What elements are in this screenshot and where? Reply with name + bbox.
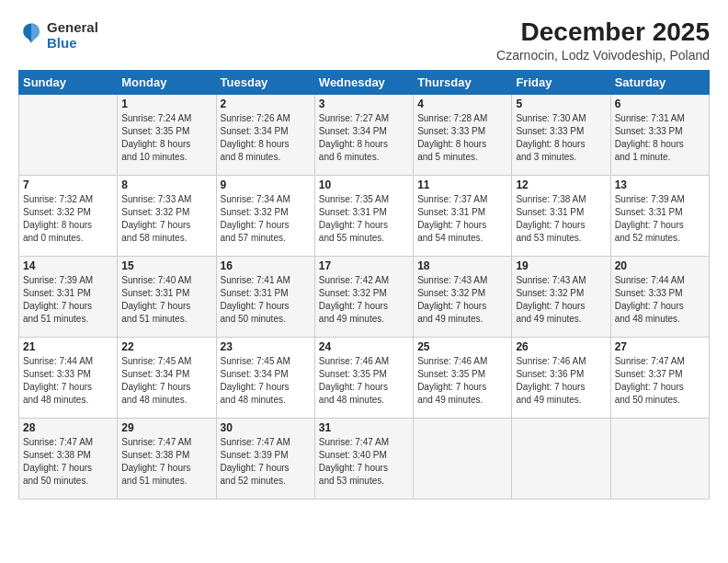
calendar-day-cell: 7Sunrise: 7:32 AM Sunset: 3:32 PM Daylig… bbox=[19, 175, 118, 256]
calendar-week-row: 14Sunrise: 7:39 AM Sunset: 3:31 PM Dayli… bbox=[19, 256, 710, 337]
weekday-header-cell: Wednesday bbox=[314, 70, 413, 94]
calendar-week-row: 1Sunrise: 7:24 AM Sunset: 3:35 PM Daylig… bbox=[19, 94, 710, 175]
calendar-day-cell: 20Sunrise: 7:44 AM Sunset: 3:33 PM Dayli… bbox=[610, 256, 709, 337]
day-info: Sunrise: 7:45 AM Sunset: 3:34 PM Dayligh… bbox=[121, 355, 211, 407]
day-number: 7 bbox=[23, 178, 113, 191]
day-info: Sunrise: 7:38 AM Sunset: 3:31 PM Dayligh… bbox=[516, 193, 606, 245]
page: General Blue December 2025 Czarnocin, Lo… bbox=[0, 0, 728, 563]
logo-icon bbox=[18, 20, 44, 46]
calendar-day-cell: 2Sunrise: 7:26 AM Sunset: 3:34 PM Daylig… bbox=[216, 94, 314, 175]
day-info: Sunrise: 7:42 AM Sunset: 3:32 PM Dayligh… bbox=[319, 274, 409, 326]
calendar-day-cell: 5Sunrise: 7:30 AM Sunset: 3:33 PM Daylig… bbox=[512, 94, 610, 175]
day-info: Sunrise: 7:43 AM Sunset: 3:32 PM Dayligh… bbox=[516, 274, 606, 326]
calendar-day-cell: 26Sunrise: 7:46 AM Sunset: 3:36 PM Dayli… bbox=[512, 337, 610, 418]
day-info: Sunrise: 7:30 AM Sunset: 3:33 PM Dayligh… bbox=[516, 112, 606, 164]
calendar-day-cell: 31Sunrise: 7:47 AM Sunset: 3:40 PM Dayli… bbox=[314, 418, 413, 499]
weekday-header-row: SundayMondayTuesdayWednesdayThursdayFrid… bbox=[19, 70, 710, 94]
logo-text: General Blue bbox=[47, 20, 98, 51]
calendar-day-cell: 23Sunrise: 7:45 AM Sunset: 3:34 PM Dayli… bbox=[216, 337, 314, 418]
day-info: Sunrise: 7:27 AM Sunset: 3:34 PM Dayligh… bbox=[319, 112, 409, 164]
day-number: 20 bbox=[615, 259, 705, 272]
day-info: Sunrise: 7:26 AM Sunset: 3:34 PM Dayligh… bbox=[221, 112, 311, 164]
main-title: December 2025 bbox=[496, 17, 710, 48]
day-number: 22 bbox=[121, 340, 211, 353]
calendar-header: SundayMondayTuesdayWednesdayThursdayFrid… bbox=[19, 70, 710, 94]
calendar-day-cell: 16Sunrise: 7:41 AM Sunset: 3:31 PM Dayli… bbox=[216, 256, 314, 337]
subtitle: Czarnocin, Lodz Voivodeship, Poland bbox=[496, 48, 710, 63]
title-block: December 2025 Czarnocin, Lodz Voivodeshi… bbox=[496, 17, 710, 63]
day-number: 16 bbox=[221, 259, 311, 272]
day-number: 11 bbox=[417, 178, 507, 191]
day-number: 28 bbox=[23, 421, 113, 434]
day-number: 15 bbox=[121, 259, 211, 272]
day-info: Sunrise: 7:44 AM Sunset: 3:33 PM Dayligh… bbox=[23, 355, 113, 407]
day-number: 6 bbox=[615, 98, 705, 110]
day-number: 27 bbox=[615, 340, 705, 353]
header: General Blue December 2025 Czarnocin, Lo… bbox=[18, 17, 710, 63]
day-number: 8 bbox=[121, 178, 211, 191]
day-number: 12 bbox=[516, 178, 606, 191]
calendar-day-cell: 6Sunrise: 7:31 AM Sunset: 3:33 PM Daylig… bbox=[610, 94, 709, 175]
logo: General Blue bbox=[18, 20, 98, 51]
day-number: 14 bbox=[23, 259, 113, 272]
day-info: Sunrise: 7:32 AM Sunset: 3:32 PM Dayligh… bbox=[23, 193, 113, 245]
day-info: Sunrise: 7:41 AM Sunset: 3:31 PM Dayligh… bbox=[221, 274, 311, 326]
day-number: 13 bbox=[615, 178, 705, 191]
day-info: Sunrise: 7:47 AM Sunset: 3:38 PM Dayligh… bbox=[23, 436, 113, 488]
weekday-header-cell: Sunday bbox=[19, 70, 118, 94]
calendar-day-cell: 14Sunrise: 7:39 AM Sunset: 3:31 PM Dayli… bbox=[19, 256, 118, 337]
calendar-day-cell: 11Sunrise: 7:37 AM Sunset: 3:31 PM Dayli… bbox=[414, 175, 512, 256]
day-number: 29 bbox=[121, 421, 211, 434]
day-info: Sunrise: 7:47 AM Sunset: 3:39 PM Dayligh… bbox=[221, 436, 311, 488]
calendar-day-cell bbox=[414, 418, 512, 499]
calendar-day-cell: 9Sunrise: 7:34 AM Sunset: 3:32 PM Daylig… bbox=[216, 175, 314, 256]
day-info: Sunrise: 7:45 AM Sunset: 3:34 PM Dayligh… bbox=[221, 355, 311, 407]
calendar-day-cell bbox=[19, 94, 118, 175]
calendar-day-cell: 13Sunrise: 7:39 AM Sunset: 3:31 PM Dayli… bbox=[610, 175, 709, 256]
day-number: 21 bbox=[23, 340, 113, 353]
day-info: Sunrise: 7:47 AM Sunset: 3:37 PM Dayligh… bbox=[615, 355, 705, 407]
day-info: Sunrise: 7:34 AM Sunset: 3:32 PM Dayligh… bbox=[221, 193, 311, 245]
day-number: 1 bbox=[121, 98, 211, 110]
day-info: Sunrise: 7:31 AM Sunset: 3:33 PM Dayligh… bbox=[615, 112, 705, 164]
day-info: Sunrise: 7:24 AM Sunset: 3:35 PM Dayligh… bbox=[121, 112, 211, 164]
weekday-header-cell: Friday bbox=[512, 70, 610, 94]
day-number: 18 bbox=[417, 259, 507, 272]
calendar-day-cell: 8Sunrise: 7:33 AM Sunset: 3:32 PM Daylig… bbox=[118, 175, 216, 256]
day-info: Sunrise: 7:37 AM Sunset: 3:31 PM Dayligh… bbox=[417, 193, 507, 245]
calendar-day-cell: 15Sunrise: 7:40 AM Sunset: 3:31 PM Dayli… bbox=[118, 256, 216, 337]
calendar-day-cell: 1Sunrise: 7:24 AM Sunset: 3:35 PM Daylig… bbox=[118, 94, 216, 175]
calendar-day-cell bbox=[512, 418, 610, 499]
calendar-day-cell: 17Sunrise: 7:42 AM Sunset: 3:32 PM Dayli… bbox=[314, 256, 413, 337]
weekday-header-cell: Monday bbox=[118, 70, 216, 94]
day-info: Sunrise: 7:46 AM Sunset: 3:35 PM Dayligh… bbox=[319, 355, 409, 407]
day-number: 9 bbox=[221, 178, 311, 191]
day-number: 30 bbox=[221, 421, 311, 434]
day-info: Sunrise: 7:33 AM Sunset: 3:32 PM Dayligh… bbox=[121, 193, 211, 245]
day-info: Sunrise: 7:46 AM Sunset: 3:35 PM Dayligh… bbox=[417, 355, 507, 407]
day-number: 19 bbox=[516, 259, 606, 272]
calendar-day-cell: 30Sunrise: 7:47 AM Sunset: 3:39 PM Dayli… bbox=[216, 418, 314, 499]
day-number: 10 bbox=[319, 178, 409, 191]
calendar-day-cell: 4Sunrise: 7:28 AM Sunset: 3:33 PM Daylig… bbox=[414, 94, 512, 175]
calendar-day-cell: 3Sunrise: 7:27 AM Sunset: 3:34 PM Daylig… bbox=[314, 94, 413, 175]
day-number: 17 bbox=[319, 259, 409, 272]
day-number: 4 bbox=[417, 98, 507, 110]
calendar-day-cell: 21Sunrise: 7:44 AM Sunset: 3:33 PM Dayli… bbox=[19, 337, 118, 418]
day-info: Sunrise: 7:47 AM Sunset: 3:38 PM Dayligh… bbox=[121, 436, 211, 488]
weekday-header-cell: Thursday bbox=[414, 70, 512, 94]
calendar-day-cell: 28Sunrise: 7:47 AM Sunset: 3:38 PM Dayli… bbox=[19, 418, 118, 499]
calendar-week-row: 7Sunrise: 7:32 AM Sunset: 3:32 PM Daylig… bbox=[19, 175, 710, 256]
logo-blue-text: Blue bbox=[47, 36, 98, 52]
calendar-day-cell: 18Sunrise: 7:43 AM Sunset: 3:32 PM Dayli… bbox=[414, 256, 512, 337]
calendar-day-cell: 24Sunrise: 7:46 AM Sunset: 3:35 PM Dayli… bbox=[314, 337, 413, 418]
day-info: Sunrise: 7:39 AM Sunset: 3:31 PM Dayligh… bbox=[23, 274, 113, 326]
calendar-day-cell bbox=[610, 418, 709, 499]
day-info: Sunrise: 7:44 AM Sunset: 3:33 PM Dayligh… bbox=[615, 274, 705, 326]
calendar-day-cell: 27Sunrise: 7:47 AM Sunset: 3:37 PM Dayli… bbox=[610, 337, 709, 418]
weekday-header-cell: Tuesday bbox=[216, 70, 314, 94]
day-number: 25 bbox=[417, 340, 507, 353]
calendar-day-cell: 12Sunrise: 7:38 AM Sunset: 3:31 PM Dayli… bbox=[512, 175, 610, 256]
day-number: 26 bbox=[516, 340, 606, 353]
calendar-table: SundayMondayTuesdayWednesdayThursdayFrid… bbox=[18, 70, 710, 500]
